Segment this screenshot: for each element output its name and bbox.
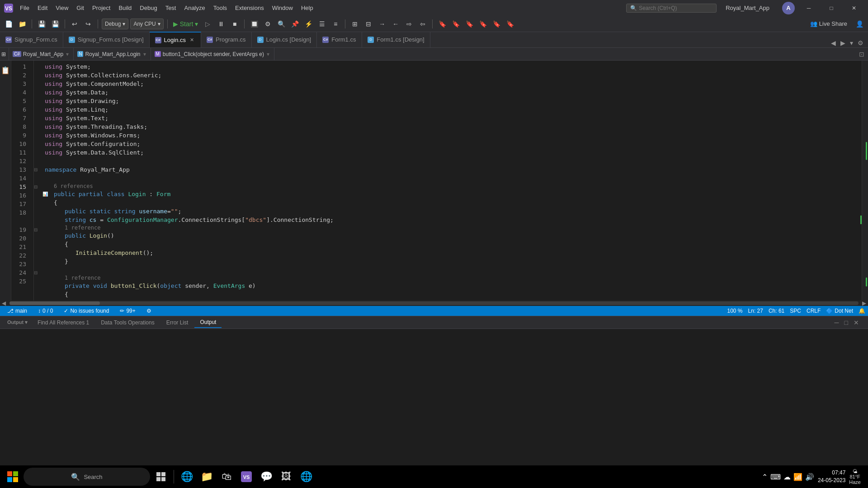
btn2[interactable]: ⚙ [262, 18, 274, 30]
undo-button[interactable]: ↩ [69, 18, 80, 30]
c24[interactable]: ⊟ [34, 268, 41, 277]
tray-wifi-icon[interactable]: 📶 [793, 473, 802, 481]
btn11[interactable]: ← [390, 18, 401, 30]
position-item[interactable]: Ln: 27 [745, 306, 766, 316]
menu-view[interactable]: View [52, 3, 72, 13]
tabs-scroll-right[interactable]: ▶ [839, 38, 847, 47]
clock-display[interactable]: 07:47 24-05-2023 [818, 469, 845, 484]
config-dropdown[interactable]: Debug ▾ [102, 19, 128, 29]
platform-dropdown[interactable]: Any CPU ▾ [130, 19, 163, 29]
menu-project[interactable]: Project [89, 3, 114, 13]
taskbar-edge[interactable]: 🌐 [297, 468, 315, 486]
bookmark5[interactable]: 🔖 [491, 18, 502, 30]
c15[interactable]: ⊟ [34, 183, 41, 191]
search-input[interactable] [639, 5, 702, 11]
open-folder-button[interactable]: 📁 [16, 18, 28, 30]
c13[interactable]: ⊟ [34, 165, 41, 174]
redo-button[interactable]: ↪ [82, 18, 94, 30]
bc-member[interactable]: M button1_Click(object sender, EventArgs… [151, 48, 274, 60]
weather-display[interactable]: 🌤 81°F Haze [849, 469, 861, 485]
taskbar-files[interactable]: 📁 [198, 468, 216, 486]
taskbar-browser[interactable]: 🌐 [178, 468, 196, 486]
c19[interactable]: ⊟ [34, 225, 41, 234]
dotnet-item[interactable]: 🔷 Dot Net [823, 306, 856, 316]
menu-window[interactable]: Window [269, 3, 297, 13]
tray-arrow-icon[interactable]: ⌃ [762, 473, 768, 481]
encoding-item[interactable]: SPC [787, 306, 804, 316]
new-file-button[interactable]: 📄 [3, 18, 14, 30]
minimize-panel-icon[interactable]: ─ [833, 318, 841, 327]
settings-icon[interactable]: ⚙ [856, 38, 865, 47]
btn9[interactable]: ⊟ [363, 18, 374, 30]
minimize-button[interactable]: ─ [798, 0, 819, 16]
btn5[interactable]: ⚡ [302, 18, 314, 30]
errors-item[interactable]: ↕ 0 / 0 [35, 306, 56, 316]
taskbar-teams[interactable]: 💬 [257, 468, 275, 486]
col-item[interactable]: Ch: 61 [766, 306, 787, 316]
bookmark1[interactable]: 🔖 [436, 18, 448, 30]
save-button[interactable]: 💾 [36, 18, 47, 30]
tabs-scroll-left[interactable]: ◀ [829, 38, 838, 47]
profile-icon[interactable]: 👤 [854, 18, 865, 30]
btn12[interactable]: ⇨ [403, 18, 415, 30]
menu-git[interactable]: Git [73, 3, 88, 13]
pause-button[interactable]: ⏸ [215, 18, 227, 30]
bell-item[interactable]: 🔔 [856, 306, 868, 316]
taskview-button[interactable] [152, 468, 170, 486]
tab-signup-cs[interactable]: C# Signup_Form.cs [0, 32, 63, 47]
btn6[interactable]: ☰ [316, 18, 328, 30]
menu-debug[interactable]: Debug [136, 3, 160, 13]
btab-error-list[interactable]: Error List [161, 318, 194, 328]
code-editor[interactable]: using System; using System.Collections.G… [41, 61, 862, 300]
continue-button[interactable]: ▷ [202, 18, 213, 30]
btn4[interactable]: 📌 [289, 18, 301, 30]
user-avatar[interactable]: A [782, 2, 795, 14]
btn3[interactable]: 🔍 [275, 18, 287, 30]
menu-analyze[interactable]: Analyze [180, 3, 208, 13]
menu-help[interactable]: Help [297, 3, 317, 13]
hscroll-right[interactable]: ▶ [860, 300, 868, 306]
horizontal-scrollbar[interactable]: ◀ ▶ [0, 300, 868, 306]
taskbar-photos[interactable]: 🖼 [277, 468, 295, 486]
btn10[interactable]: → [376, 18, 388, 30]
hscroll-track[interactable] [9, 301, 859, 305]
title-search[interactable]: 🔍 [626, 4, 717, 13]
start-button[interactable]: ▶ Start ▾ [171, 18, 200, 30]
menu-tools[interactable]: Tools [210, 3, 231, 13]
search-taskbar[interactable]: 🔍 Search [24, 468, 150, 486]
git-changes-item[interactable]: ✏ 99+ [117, 306, 138, 316]
bookmark3[interactable]: 🔖 [463, 18, 475, 30]
save-all-button[interactable]: 💾 [49, 18, 61, 30]
btn13[interactable]: ⇦ [417, 18, 429, 30]
tabs-menu[interactable]: ▾ [848, 38, 855, 47]
right-scrollbar[interactable] [862, 61, 868, 300]
menu-edit[interactable]: Edit [34, 3, 51, 13]
close-tab-button[interactable]: ✕ [189, 37, 195, 43]
menu-file[interactable]: File [16, 3, 33, 13]
hscroll-left[interactable]: ◀ [0, 300, 8, 306]
bookmark4[interactable]: 🔖 [477, 18, 489, 30]
menu-build[interactable]: Build [115, 3, 135, 13]
maximize-panel-icon[interactable]: □ [843, 318, 850, 327]
btn8[interactable]: ⊞ [349, 18, 361, 30]
git-branch-item[interactable]: ⎇ main [5, 306, 30, 316]
tray-cloud-icon[interactable]: ☁ [783, 473, 791, 481]
issues-item[interactable]: ✓ No issues found [61, 306, 112, 316]
hscroll-thumb[interactable] [9, 301, 100, 305]
btn7[interactable]: ≡ [330, 18, 341, 30]
bookmark2[interactable]: 🔖 [450, 18, 462, 30]
stop-button[interactable]: ■ [229, 18, 241, 30]
bc-namespace[interactable]: N Royal_Mart_App.Login ▾ [74, 48, 151, 60]
btn1[interactable]: 🔲 [248, 18, 260, 30]
taskbar-vs[interactable]: VS [237, 468, 255, 486]
bc-project[interactable]: C# Royal_Mart_App ▾ [9, 48, 74, 60]
btab-data-tools[interactable]: Data Tools Operations [95, 318, 160, 328]
btab-output[interactable]: Output [194, 317, 222, 328]
menu-test[interactable]: Test [162, 3, 180, 13]
live-share-button[interactable]: 👥 Live Share [806, 19, 852, 29]
close-panel-icon[interactable]: ✕ [852, 318, 861, 327]
tab-signup-design[interactable]: D Signup_Form.cs [Design] [63, 32, 150, 47]
start-button[interactable] [4, 468, 22, 486]
split-editor-icon[interactable]: ⊡ [859, 51, 864, 58]
btab-find-refs[interactable]: Find All References 1 [32, 318, 94, 328]
